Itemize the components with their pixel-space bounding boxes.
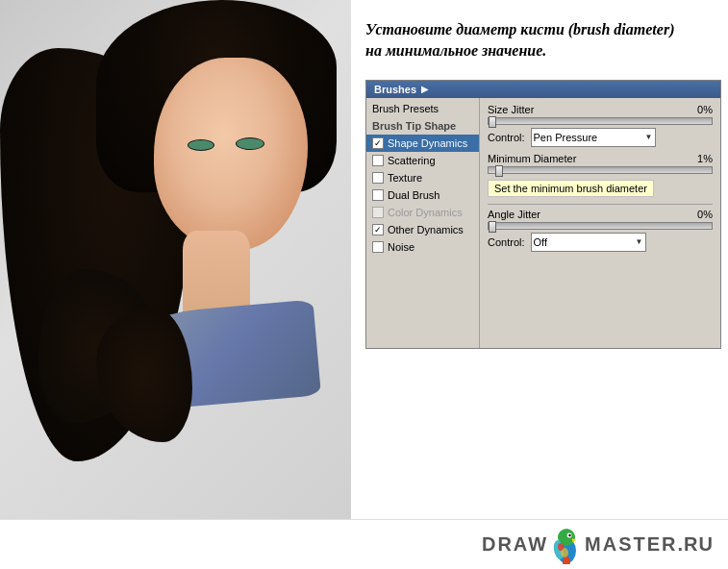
min-diameter-slider[interactable] [488,166,713,174]
sidebar-item-texture[interactable]: Texture [366,169,479,186]
logo-master: MASTER [585,533,677,556]
logo-ru: .RU [678,533,714,556]
brushes-panel: Brushes ▶ Brush Presets Brush Tip Shape … [365,80,721,349]
color-dynamics-checkbox [372,207,384,218]
angle-jitter-slider[interactable] [488,222,713,230]
control2-value: Off [534,236,547,248]
min-diameter-label: Minimum Diameter [488,153,593,164]
logo-area: DRAW MASTER .R [482,526,714,564]
size-jitter-label: Size Jitter [488,104,593,115]
shape-dynamics-checkbox[interactable]: ✓ [372,137,384,149]
brushes-title: Brushes [374,84,416,95]
angle-jitter-handle[interactable] [489,221,496,233]
other-dynamics-label: Other Dynamics [388,224,464,235]
brushes-title-bar: Brushes ▶ [366,81,720,98]
svg-point-8 [558,543,564,551]
sidebar-item-color-dynamics: Color Dynamics [366,204,479,221]
min-diameter-handle[interactable] [495,165,503,177]
scattering-label: Scattering [388,155,436,166]
section-divider-1 [488,204,713,205]
right-area: Установите диаметр кисти (brush diameter… [351,0,728,519]
brush-sidebar: Brush Presets Brush Tip Shape ✓ Shape Dy… [366,98,480,348]
brush-presets-label: Brush Presets [372,103,439,114]
dual-brush-checkbox[interactable] [372,189,384,201]
size-jitter-slider[interactable] [488,117,713,125]
dropdown-arrow: ▼ [645,133,653,141]
other-dynamics-checkbox[interactable]: ✓ [372,224,384,235]
bottom-bar: DRAW MASTER .R [0,519,728,569]
sidebar-item-dual-brush[interactable]: Dual Brush [366,186,479,204]
texture-label: Texture [388,172,422,184]
dual-brush-label: Dual Brush [388,189,439,201]
image-area [0,0,351,519]
face-shape [154,58,308,250]
eye-right [236,137,264,150]
portrait [0,0,351,519]
shape-dynamics-label: Shape Dynamics [388,137,467,149]
angle-jitter-row: Angle Jitter 0% [488,209,713,220]
brush-tip-shape-label: Brush Tip Shape [372,120,456,132]
control-row: Control: Pen Pressure ▼ [488,128,713,147]
control-label: Control: [488,132,525,143]
sidebar-item-brush-tip-shape: Brush Tip Shape [366,117,479,135]
brushes-arrow: ▶ [421,84,429,94]
size-jitter-slider-row [488,117,713,125]
instruction-line2: на минимальное значение. [365,42,546,59]
noise-label: Noise [388,241,414,253]
angle-jitter-label: Angle Jitter [488,209,593,220]
panel-content: Brush Presets Brush Tip Shape ✓ Shape Dy… [366,98,720,348]
logo-text-container: DRAW MASTER .R [482,526,714,564]
sidebar-item-other-dynamics[interactable]: ✓ Other Dynamics [366,221,479,238]
min-diameter-slider-row [488,166,713,174]
parrot-icon [549,526,584,564]
size-jitter-row: Size Jitter 0% [488,104,713,115]
min-diameter-value: 1% [684,153,713,164]
instruction-text: Установите диаметр кисти (brush diameter… [365,19,714,62]
control-value: Pen Pressure [534,132,598,143]
svg-point-5 [568,533,570,535]
angle-jitter-slider-row [488,222,713,230]
sidebar-item-brush-presets[interactable]: Brush Presets [366,100,479,117]
scattering-checkbox[interactable] [372,155,384,166]
control2-row: Control: Off ▼ [488,233,713,252]
control2-dropdown[interactable]: Off ▼ [531,233,646,252]
texture-checkbox[interactable] [372,172,384,184]
sidebar-item-noise[interactable]: Noise [366,238,479,256]
tooltip-box: Set the minimum brush diameter [488,180,654,197]
eye-left [188,139,214,151]
logo-draw: DRAW [482,533,548,556]
control-dropdown[interactable]: Pen Pressure ▼ [531,128,656,147]
main-container: Установите диаметр кисти (brush diameter… [0,0,728,519]
size-jitter-value: 0% [684,104,713,115]
sidebar-item-scattering[interactable]: Scattering [366,152,479,169]
tooltip-text: Set the minimum brush diameter [494,183,647,194]
size-jitter-handle[interactable] [489,116,496,128]
noise-checkbox[interactable] [372,241,384,253]
sidebar-item-shape-dynamics[interactable]: ✓ Shape Dynamics [366,135,479,152]
angle-jitter-value: 0% [684,209,713,220]
brush-right-panel: Size Jitter 0% Control: Pen Pressure ▼ [480,98,720,348]
min-diameter-row: Minimum Diameter 1% [488,153,713,164]
instruction-line1: Установите диаметр кисти (brush diameter… [365,21,674,37]
color-dynamics-label: Color Dynamics [388,207,463,218]
control2-dropdown-arrow: ▼ [636,237,643,246]
control2-label: Control: [488,236,525,248]
